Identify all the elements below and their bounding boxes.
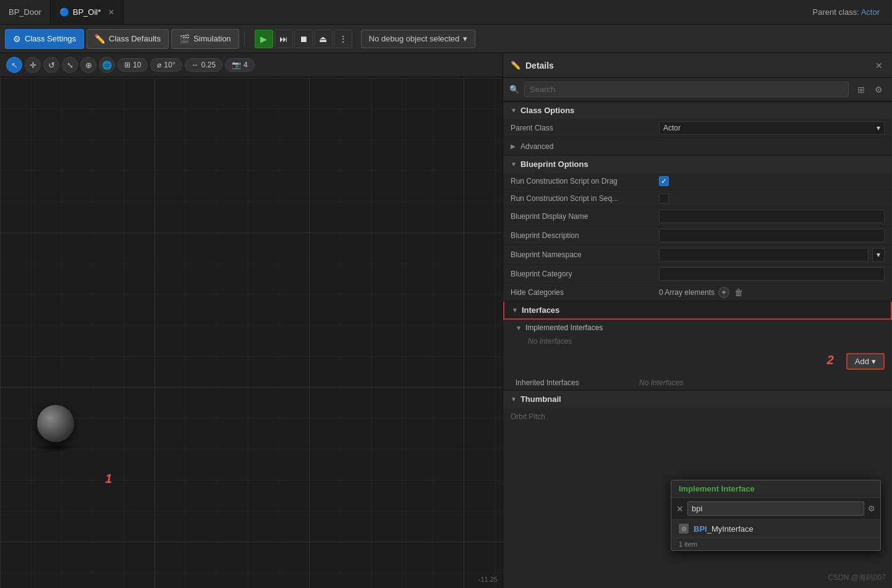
blueprint-namespace-input[interactable] [659, 248, 869, 262]
sphere-mesh [37, 405, 74, 442]
main-toolbar: ⚙ Class Settings ✏️ Class Defaults 🎬 Sim… [0, 25, 892, 53]
run-construction-seq-value [659, 194, 885, 203]
move-tool-button[interactable]: ✛ [25, 57, 41, 73]
add-category-button[interactable]: + [718, 287, 729, 298]
settings-icon[interactable]: ⚙ [871, 82, 886, 97]
hide-categories-array: 0 Array elements + 🗑 [659, 287, 744, 298]
class-settings-button[interactable]: ⚙ Class Settings [5, 29, 84, 49]
implement-interface-dropdown: Implement Interface ✕ ⚙ ⚙ BPI_MyInterfac… [671, 480, 881, 551]
transform-tool-button[interactable]: ⊕ [80, 57, 96, 73]
play-more-button[interactable]: ⋮ [334, 30, 352, 48]
blueprint-display-name-row: Blueprint Display Name [503, 207, 892, 226]
blueprint-category-row: Blueprint Category [503, 265, 892, 284]
search-clear-button[interactable]: ✕ [676, 504, 684, 514]
namespace-dropdown-arrow[interactable]: ▾ [872, 248, 885, 262]
parent-class-select-arrow: ▾ [877, 124, 880, 132]
delete-category-button[interactable]: 🗑 [733, 287, 744, 298]
camera-speed-control[interactable]: 📷 4 [225, 58, 255, 72]
parent-class-label: Parent Class [511, 124, 659, 132]
toolbar-separator-1 [244, 32, 245, 46]
tab-bp-oil-close[interactable]: ✕ [108, 8, 114, 17]
add-interface-button[interactable]: Add ▾ [846, 353, 885, 370]
run-construction-drag-checkbox[interactable]: ✓ [659, 176, 669, 186]
blueprint-options-chevron: ▼ [511, 161, 517, 168]
search-settings-icon[interactable]: ⚙ [868, 504, 875, 513]
debug-selector-arrow: ▾ [463, 34, 467, 43]
checkmark-icon: ✓ [661, 177, 667, 185]
implemented-interfaces-header[interactable]: ▼ Implemented Interfaces [503, 321, 892, 334]
details-header: ✏️ Details ✕ [503, 53, 892, 78]
details-panel: ✏️ Details ✕ 🔍 ⊞ ⚙ ▼ Class Options Paren… [503, 53, 892, 588]
select-tool-button[interactable]: ↖ [6, 57, 22, 73]
thumbnail-chevron: ▼ [511, 396, 517, 403]
viewport[interactable]: ↖ ✛ ↺ ⤡ ⊕ 🌐 ⊞ 10 ⌀ 10° ↔ 0.25 📷 4 [0, 53, 503, 588]
sphere-shadow [34, 443, 77, 452]
debug-selector[interactable]: No debug object selected ▾ [361, 30, 476, 48]
debug-selector-label: No debug object selected [369, 34, 460, 43]
thumbnail-title: Thumbnail [520, 394, 561, 404]
camera-value: 4 [244, 61, 248, 69]
class-options-section-header[interactable]: ▼ Class Options [503, 101, 892, 119]
advanced-row[interactable]: ▶ Advanced [503, 138, 892, 155]
interfaces-section-header[interactable]: ▼ Interfaces [503, 301, 892, 320]
blueprint-description-value [659, 229, 885, 242]
blueprint-description-input[interactable] [659, 229, 885, 242]
run-construction-drag-label: Run Construction Script on Drag [511, 177, 659, 185]
thumbnail-section-header[interactable]: ▼ Thumbnail [503, 390, 892, 407]
interface-result-name: BPI_MyInterface [694, 524, 754, 534]
rotate-tool-button[interactable]: ↺ [43, 57, 59, 73]
thumbnail-placeholder: Orbit Pitch [503, 407, 892, 426]
run-construction-drag-value: ✓ [659, 176, 885, 186]
play-button[interactable]: ▶ [255, 30, 273, 48]
implement-search-input[interactable] [687, 501, 864, 516]
eject-button[interactable]: ⏏ [314, 30, 333, 48]
scale-icon: ↔ [192, 61, 199, 69]
blueprint-category-value [659, 267, 885, 281]
blueprint-namespace-label: Blueprint Namespace [511, 250, 659, 259]
stop-button[interactable]: ⏹ [294, 30, 313, 48]
details-search-bar: 🔍 ⊞ ⚙ [503, 78, 892, 101]
scale-tool-button[interactable]: ⤡ [62, 57, 78, 73]
viewport-toolbar: ↖ ✛ ↺ ⤡ ⊕ 🌐 ⊞ 10 ⌀ 10° ↔ 0.25 📷 4 [0, 53, 503, 77]
table-view-icon[interactable]: ⊞ [854, 82, 869, 97]
parent-class-select[interactable]: Actor ▾ [659, 121, 885, 135]
implement-search-row: ✕ ⚙ [671, 498, 880, 520]
angle-icon: ⌀ [157, 61, 161, 69]
advanced-label: Advanced [520, 142, 553, 151]
scale-value: 0.25 [202, 61, 216, 69]
viewport-canvas[interactable]: 1 -11.25 [0, 78, 503, 588]
angle-control[interactable]: ⌀ 10° [150, 58, 182, 72]
class-defaults-button[interactable]: ✏️ Class Defaults [87, 29, 169, 49]
watermark: CSDN @海码007 [828, 573, 886, 583]
grid-size-control[interactable]: ⊞ 10 [117, 58, 148, 72]
details-close-button[interactable]: ✕ [873, 60, 885, 71]
details-search-input[interactable] [524, 82, 849, 97]
class-settings-label: Class Settings [25, 34, 76, 43]
scale-control[interactable]: ↔ 0.25 [185, 58, 223, 72]
world-button[interactable]: 🌐 [99, 57, 115, 73]
add-interface-row: 2 Add ▾ [503, 351, 892, 375]
simulation-icon: 🎬 [179, 34, 190, 44]
tab-bp-oil[interactable]: 🔵 BP_Oil* ✕ [51, 0, 124, 24]
grid-value: 10 [133, 61, 141, 69]
interfaces-title: Interfaces [522, 305, 559, 315]
result-highlight: BPI [694, 524, 707, 534]
blueprint-display-name-value [659, 210, 885, 223]
blueprint-category-input[interactable] [659, 267, 885, 281]
parent-class-row: Parent Class Actor ▾ [503, 119, 892, 138]
details-toolbar-right: ⊞ ⚙ [854, 82, 886, 97]
simulation-button[interactable]: 🎬 Simulation [171, 29, 239, 49]
interface-result-item[interactable]: ⚙ BPI_MyInterface [671, 520, 880, 537]
blueprint-options-section-header[interactable]: ▼ Blueprint Options [503, 155, 892, 173]
parent-class-link[interactable]: Actor [861, 7, 880, 17]
tab-bp-door[interactable]: BP_Door [0, 0, 51, 24]
blueprint-display-name-input[interactable] [659, 210, 885, 223]
implemented-chevron: ▼ [516, 325, 522, 331]
blueprint-namespace-row: Blueprint Namespace ▾ [503, 245, 892, 265]
search-icon: 🔍 [509, 85, 519, 94]
blueprint-category-label: Blueprint Category [511, 270, 659, 278]
run-construction-seq-checkbox[interactable] [659, 194, 669, 203]
play-next-button[interactable]: ⏭ [274, 30, 293, 48]
annotation-2: 2 [827, 353, 846, 370]
item-count: 1 item [671, 537, 880, 550]
